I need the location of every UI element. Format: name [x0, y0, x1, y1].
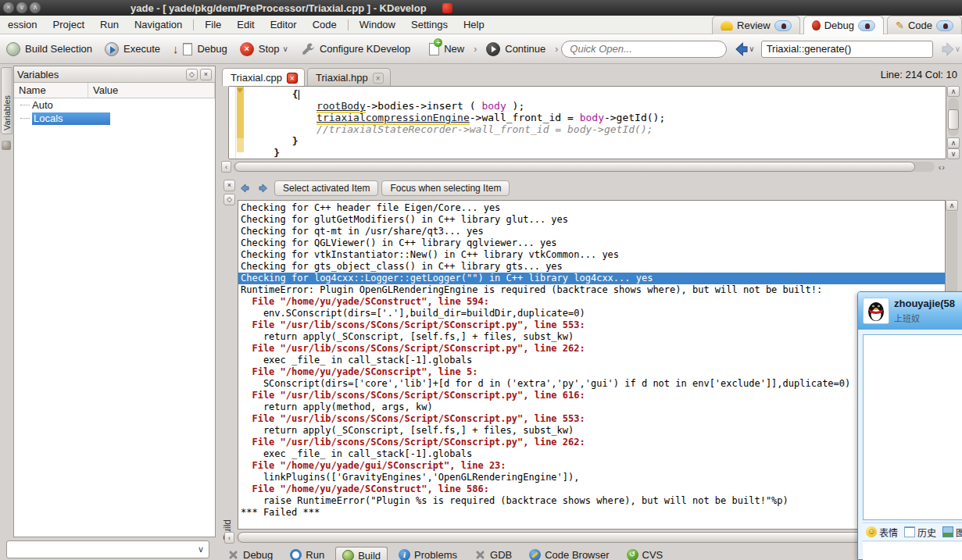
menu-item-settings[interactable]: Settings [403, 16, 456, 33]
editor-horizontal-scrollbar[interactable]: ‹ ‹› [221, 161, 947, 173]
build-output-line[interactable]: File "/usr/lib/scons/SCons/Script/SConsc… [241, 390, 945, 401]
build-output-line[interactable]: File "/home/yu/yade/SConstruct", line 58… [241, 483, 945, 495]
build-panel-float-button[interactable]: ◇ [224, 194, 235, 205]
scrollbar-thumb[interactable] [948, 109, 959, 130]
scrollbar-thumb[interactable] [234, 162, 915, 172]
editor-icon-margin[interactable] [229, 87, 236, 159]
scroll-up-icon[interactable]: ∧ [947, 137, 960, 148]
qq-message-area[interactable] [863, 334, 962, 520]
variables-side-tab[interactable]: Variables [1, 67, 13, 134]
editor-fold-margin[interactable] [236, 87, 245, 159]
bottom-tool-run[interactable]: Run [284, 547, 331, 560]
back-dropdown-chevron-icon[interactable]: ∨ [749, 45, 754, 53]
bottom-tool-code-browser[interactable]: Code Browser [523, 547, 615, 560]
variable-row-locals[interactable]: Locals [14, 112, 215, 125]
navigate-forward-button[interactable]: ∨ [939, 41, 960, 57]
editor-vertical-scrollbar[interactable]: ∧ ∧ ∨ [947, 86, 960, 159]
build-output-line[interactable]: Checking for vtkInstantiator::New() in C… [241, 249, 945, 261]
build-output-line[interactable]: exec _file_ in call_stack[-1].globals [241, 355, 945, 366]
build-output-line[interactable]: File "/usr/lib/scons/SCons/Script/SConsc… [241, 319, 945, 331]
area-tab-debug[interactable]: Debug [803, 16, 884, 34]
scroll-up-icon[interactable]: ∧ [947, 86, 960, 97]
tab-triaxial-cpp[interactable]: Triaxial.cpp × [222, 68, 305, 86]
bottom-tool-gdb[interactable]: GDB [468, 547, 518, 560]
build-selection-button[interactable]: Build Selection [0, 39, 98, 59]
build-output-line[interactable]: File "/home/yu/yade/SConstruct", line 59… [241, 296, 945, 308]
build-output-line[interactable]: File "/home/yu/yade/gui/SConscript", lin… [241, 460, 945, 472]
next-item-button[interactable] [256, 180, 271, 196]
menu-item-code[interactable]: Code [305, 16, 345, 33]
debug-button[interactable]: ↓ Debug [166, 39, 234, 59]
menu-item-edit[interactable]: Edit [229, 16, 262, 33]
build-output-line[interactable]: linkPlugins(['GravityEngines','OpenGLRen… [241, 472, 945, 483]
fold-region-marker[interactable] [237, 87, 244, 138]
continue-button[interactable]: Continue [480, 39, 552, 59]
dock-tool-icon[interactable] [2, 141, 11, 150]
tab-close-icon[interactable]: × [287, 73, 298, 84]
scroll-left-icon[interactable]: ‹ [939, 162, 942, 172]
build-output-line[interactable]: RuntimeError: Plugin OpenGLRenderingEngi… [241, 284, 945, 296]
column-name[interactable]: Name [14, 83, 88, 98]
stop-dropdown-chevron-icon[interactable]: ∨ [283, 45, 288, 53]
build-output-line[interactable]: exec _file_ in call_stack[-1].globals [241, 448, 945, 460]
previous-item-button[interactable] [237, 180, 252, 196]
build-panel-close-button[interactable]: × [224, 180, 235, 191]
tab-close-icon[interactable]: × [373, 73, 384, 84]
bottom-tool-debug[interactable]: Debug [221, 547, 279, 560]
menu-item-file[interactable]: File [197, 16, 229, 33]
variable-row-auto[interactable]: Auto [14, 98, 215, 112]
tab-triaxial-hpp[interactable]: Triaxial.hpp × [307, 68, 391, 86]
execute-button[interactable]: Execute [98, 39, 166, 59]
build-output-line[interactable]: env.SConscript(dirs=['.'],build_dir=buil… [241, 308, 945, 319]
window-close-button[interactable]: × [3, 2, 14, 13]
navigate-back-button[interactable]: ∨ [733, 41, 754, 57]
column-value[interactable]: Value [88, 83, 215, 98]
build-output-line[interactable]: File "/usr/lib/scons/SCons/Script/SConsc… [241, 437, 945, 448]
select-activated-item-button[interactable]: Select activated Item [274, 180, 378, 196]
build-output-line[interactable]: return apply(_SConscript, [self.fs,] + f… [241, 331, 945, 343]
build-output-line[interactable]: File "/usr/lib/scons/SCons/Script/SConsc… [241, 413, 945, 425]
scroll-left-icon[interactable]: ‹ [221, 161, 231, 173]
build-output-line[interactable]: Checking for qt-mt in /usr/share/qt3... … [241, 226, 945, 237]
variables-expression-combobox[interactable]: ∨ [6, 540, 209, 558]
menu-item-navigation[interactable]: Navigation [127, 16, 190, 33]
qq-input-area[interactable] [863, 542, 962, 560]
configure-kdevelop-button[interactable]: Configure KDevelop [295, 39, 417, 59]
build-horizontal-scrollbar[interactable]: ‹ [224, 531, 946, 544]
symbol-combobox[interactable] [761, 41, 933, 58]
window-maximize-button[interactable]: ∧ [30, 2, 41, 13]
build-output-line[interactable]: Checking for C++ header file Eigen/Core.… [241, 202, 945, 214]
bottom-tool-build[interactable]: Build [335, 547, 388, 560]
menu-item-project[interactable]: Project [45, 16, 92, 33]
menu-item-editor[interactable]: Editor [263, 16, 305, 33]
build-output-line[interactable]: Checking for glutGetModifiers() in C++ l… [241, 214, 945, 226]
focus-when-selecting-button[interactable]: Focus when selecting Item [381, 180, 510, 196]
build-output-list[interactable]: Checking for C++ header file Eigen/Core.… [238, 200, 946, 530]
scroll-up-icon[interactable]: ∧ [946, 200, 958, 211]
editor-code[interactable]: { rootBody->bodies->insert ( body ); tri… [245, 87, 946, 159]
scroll-down-icon[interactable]: ∨ [947, 148, 960, 159]
bottom-tool-problems[interactable]: iProblems [392, 547, 463, 560]
build-output-line[interactable]: Checking for QGLViewer() in C++ library … [241, 237, 945, 249]
build-output-line[interactable]: return apply(method, args, kw) [241, 401, 945, 413]
qq-tool-history-icon[interactable]: 历史 [904, 526, 936, 539]
window-minimize-button[interactable]: ∨ [16, 2, 27, 13]
build-output-line[interactable]: return apply(_SConscript, [self.fs,] + f… [241, 425, 945, 437]
qq-chat-header[interactable]: zhouyajie(58 上班奴 [858, 292, 962, 330]
panel-close-button[interactable]: × [200, 69, 212, 80]
menu-item-help[interactable]: Help [456, 16, 492, 33]
menu-item-ession[interactable]: ession [0, 16, 45, 33]
build-output-line[interactable]: *** Failed *** [241, 507, 945, 519]
scroll-right-icon[interactable]: › [942, 162, 945, 172]
new-button[interactable]: New [423, 40, 470, 59]
scroll-left-icon[interactable]: ‹ [224, 532, 234, 544]
build-output-line[interactable]: Checking for gts_object_class() in C++ l… [241, 261, 945, 273]
build-output-line[interactable]: File "/usr/lib/scons/SCons/Script/SConsc… [241, 343, 945, 355]
build-output-line[interactable]: raise RuntimeError("Plugin %s is require… [241, 495, 945, 507]
quick-open-input[interactable] [561, 41, 727, 58]
stop-button[interactable]: × Stop ∨ [234, 39, 295, 59]
build-output-line[interactable]: File "/home/yu/yade/SConscript", line 5: [241, 366, 945, 378]
area-tab-code[interactable]: ✎Code [887, 16, 962, 34]
forward-dropdown-chevron-icon[interactable]: ∨ [955, 45, 960, 53]
menu-item-run[interactable]: Run [92, 16, 127, 33]
